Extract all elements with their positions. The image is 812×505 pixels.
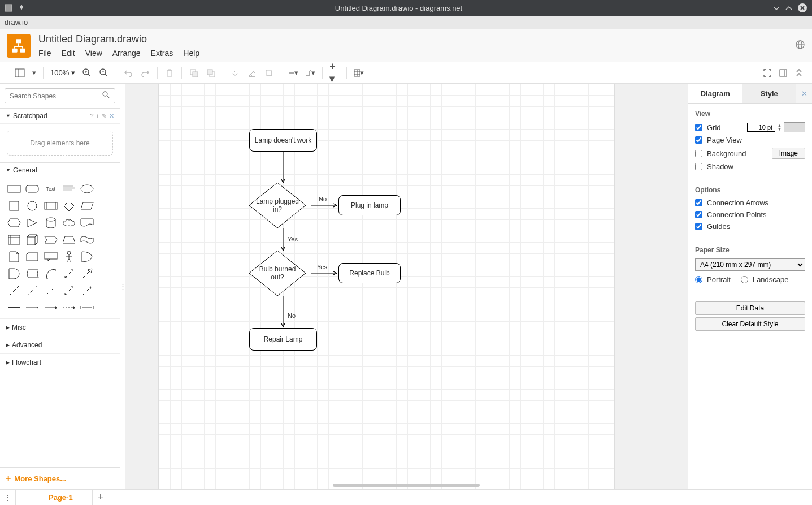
shape-circle[interactable] bbox=[25, 200, 40, 212]
grid-checkbox[interactable] bbox=[695, 124, 702, 131]
menu-extras[interactable]: Extras bbox=[151, 49, 173, 58]
shape-hexagon[interactable] bbox=[7, 217, 21, 229]
more-shapes-button[interactable]: +More Shapes... bbox=[6, 473, 114, 484]
shadow-button[interactable] bbox=[264, 68, 274, 78]
shape-link-thin[interactable] bbox=[25, 301, 40, 314]
language-icon[interactable] bbox=[795, 40, 805, 51]
redo-button[interactable] bbox=[140, 68, 150, 78]
tab-style[interactable]: Style bbox=[742, 84, 797, 103]
document-title[interactable]: Untitled Diagram.drawio bbox=[38, 33, 199, 45]
shape-process[interactable] bbox=[44, 200, 58, 212]
portrait-radio[interactable] bbox=[695, 276, 702, 283]
grid-down-icon[interactable]: ▼ bbox=[778, 127, 781, 131]
help-icon[interactable]: ? bbox=[90, 113, 93, 120]
zoom-dropdown[interactable]: 100% ▾ bbox=[50, 68, 75, 77]
add-icon[interactable]: + bbox=[96, 113, 99, 120]
section-flowchart[interactable]: ▶Flowchart bbox=[0, 353, 120, 371]
shape-text[interactable]: Text bbox=[44, 183, 58, 195]
shape-bidir-line[interactable] bbox=[62, 284, 76, 297]
waypoint-button[interactable]: ▾ bbox=[305, 68, 315, 78]
to-front-button[interactable] bbox=[189, 68, 199, 78]
shape-actor[interactable] bbox=[62, 251, 76, 263]
scratchpad-header[interactable]: ▼ Scratchpad ? + ✎ ✕ bbox=[0, 109, 120, 124]
delete-button[interactable] bbox=[164, 68, 175, 78]
shape-line2[interactable] bbox=[44, 284, 58, 297]
to-back-button[interactable] bbox=[206, 68, 216, 78]
menu-file[interactable]: File bbox=[38, 49, 51, 58]
shape-or[interactable] bbox=[80, 251, 94, 263]
close-panel-icon[interactable]: ✕ bbox=[796, 84, 812, 103]
shape-cylinder[interactable] bbox=[44, 217, 58, 229]
pages-menu-icon[interactable]: ⋮ bbox=[0, 490, 16, 505]
search-shapes-box[interactable] bbox=[5, 88, 115, 103]
shape-link-arrow[interactable] bbox=[44, 301, 58, 314]
shape-step[interactable] bbox=[44, 234, 58, 246]
scratchpad-dropzone[interactable]: Drag elements here bbox=[7, 131, 113, 156]
shape-dashed-line[interactable] bbox=[25, 284, 40, 297]
image-button[interactable]: Image bbox=[772, 148, 805, 159]
fullscreen-icon[interactable] bbox=[762, 68, 772, 78]
search-icon[interactable] bbox=[102, 91, 110, 101]
shape-internal-storage[interactable] bbox=[7, 234, 21, 246]
shape-tape[interactable] bbox=[80, 234, 94, 246]
shape-textbox[interactable] bbox=[62, 183, 76, 195]
format-panel-icon[interactable] bbox=[778, 68, 788, 78]
shape-link-dashed[interactable] bbox=[62, 301, 76, 314]
connection-button[interactable]: ▾ bbox=[288, 68, 298, 78]
clear-default-style-button[interactable]: Clear Default Style bbox=[695, 317, 805, 331]
chevron-down-icon[interactable]: ▾ bbox=[32, 68, 36, 78]
section-advanced[interactable]: ▶Advanced bbox=[0, 336, 120, 353]
add-button[interactable]: + ▾ bbox=[329, 68, 340, 78]
collapse-icon[interactable] bbox=[794, 68, 804, 78]
shape-arrow-line[interactable] bbox=[80, 284, 94, 297]
zoom-out-icon[interactable] bbox=[99, 68, 109, 78]
menu-arrange[interactable]: Arrange bbox=[112, 49, 141, 58]
undo-button[interactable] bbox=[123, 68, 133, 78]
shape-note[interactable] bbox=[7, 251, 21, 263]
shape-arrow-diag[interactable] bbox=[80, 267, 94, 280]
grid-size-input[interactable] bbox=[747, 123, 775, 132]
page-tab[interactable]: Page-1 bbox=[29, 490, 93, 505]
sidebar-splitter[interactable]: ⋮ bbox=[120, 84, 125, 489]
grid-color-swatch[interactable] bbox=[784, 122, 805, 132]
conn-arrows-checkbox[interactable] bbox=[695, 199, 702, 206]
line-color-button[interactable] bbox=[247, 68, 257, 78]
landscape-radio[interactable] bbox=[741, 276, 748, 283]
shape-rectangle[interactable] bbox=[7, 183, 21, 195]
shape-document[interactable] bbox=[80, 217, 94, 229]
edit-data-button[interactable]: Edit Data bbox=[695, 301, 805, 315]
menu-help[interactable]: Help bbox=[183, 49, 199, 58]
logo-icon[interactable] bbox=[7, 34, 31, 58]
background-checkbox[interactable] bbox=[695, 150, 702, 157]
shape-curve[interactable] bbox=[44, 267, 58, 280]
pin-icon[interactable] bbox=[18, 4, 25, 12]
view-mode-button[interactable] bbox=[15, 68, 25, 78]
guides-checkbox[interactable] bbox=[695, 223, 702, 230]
node-plug-in[interactable]: Plug in lamp bbox=[338, 195, 401, 215]
conn-points-checkbox[interactable] bbox=[695, 211, 702, 218]
search-input[interactable] bbox=[10, 92, 102, 100]
shape-link-dims[interactable] bbox=[80, 301, 94, 314]
node-repair[interactable]: Repair Lamp bbox=[249, 328, 317, 351]
edit-icon[interactable]: ✎ bbox=[102, 113, 107, 120]
page-view-checkbox[interactable] bbox=[695, 136, 702, 144]
shadow-checkbox[interactable] bbox=[695, 163, 702, 170]
shape-line[interactable] bbox=[7, 284, 21, 297]
shape-square[interactable] bbox=[7, 200, 21, 212]
shape-diamond[interactable] bbox=[62, 200, 76, 212]
paper-size-select[interactable]: A4 (210 mm x 297 mm) bbox=[695, 258, 805, 271]
shape-link-solid[interactable] bbox=[7, 301, 21, 314]
close-icon[interactable] bbox=[797, 3, 807, 13]
close-icon[interactable]: ✕ bbox=[109, 113, 114, 120]
shape-bidir-arrow-diag[interactable] bbox=[62, 267, 76, 280]
shape-card[interactable] bbox=[25, 251, 40, 263]
fill-color-button[interactable] bbox=[230, 68, 240, 78]
tab-diagram[interactable]: Diagram bbox=[688, 84, 742, 103]
shape-and[interactable] bbox=[7, 267, 21, 280]
shape-ellipse[interactable] bbox=[80, 183, 94, 195]
add-page-button[interactable]: + bbox=[93, 491, 108, 503]
shape-cube[interactable] bbox=[25, 234, 40, 246]
shape-cloud[interactable] bbox=[62, 217, 76, 229]
node-replace[interactable]: Replace Bulb bbox=[338, 263, 401, 283]
shape-trapezoid[interactable] bbox=[62, 234, 76, 246]
